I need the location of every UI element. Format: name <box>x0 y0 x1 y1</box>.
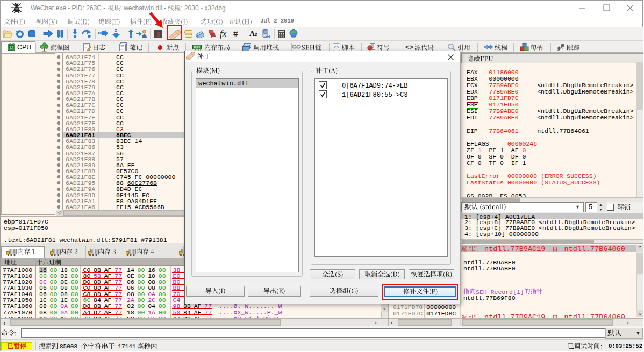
svg-text:32: 32 <box>9 46 13 49</box>
svg-text:<>: <> <box>405 44 414 51</box>
svg-text:<>: <> <box>334 45 340 51</box>
